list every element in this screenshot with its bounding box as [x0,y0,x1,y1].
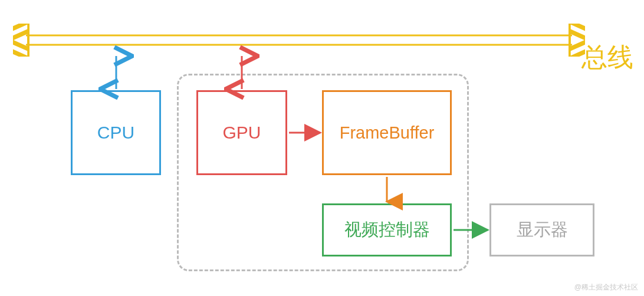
display-label: 显示器 [517,218,568,242]
gpu-node: GPU [196,90,287,175]
video-controller-label: 视频控制器 [344,218,430,242]
framebuffer-node: FrameBuffer [322,90,452,175]
watermark: @稀土掘金技术社区 [574,282,638,292]
display-node: 显示器 [489,203,594,256]
bus: 总线 [13,24,631,57]
gpu-label: GPU [222,123,261,143]
video-controller-node: 视频控制器 [322,203,452,256]
bus-arrow-icon [13,24,585,57]
framebuffer-label: FrameBuffer [340,123,435,143]
cpu-label: CPU [97,123,134,143]
bus-label: 总线 [581,40,633,75]
cpu-node: CPU [71,90,161,175]
